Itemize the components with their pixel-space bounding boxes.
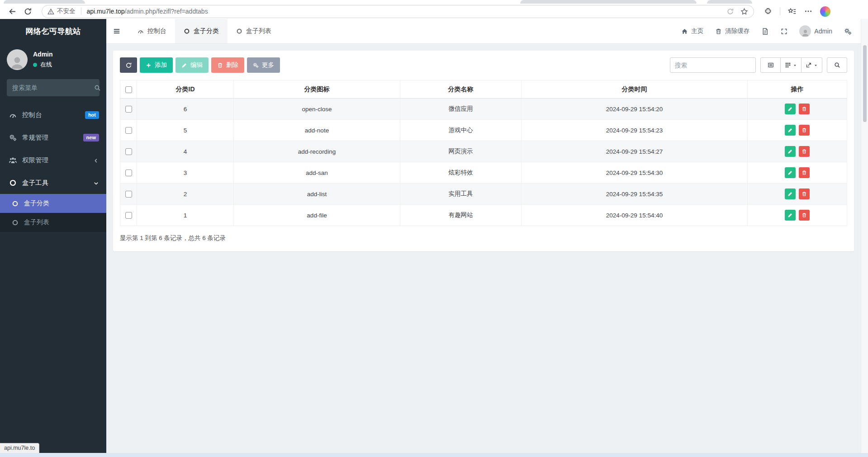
table-row[interactable]: 5 add-note 游戏中心 2024-09-29 15:54:23 xyxy=(120,120,847,141)
home-link[interactable]: 主页 xyxy=(681,27,703,35)
page-scrollbar[interactable] xyxy=(861,19,868,453)
reload-button[interactable] xyxy=(20,5,35,18)
address-bar[interactable]: 不安全 api.mu7le.top/admin.php/fezifl?ref=a… xyxy=(42,5,754,18)
browser-tab[interactable] xyxy=(520,0,697,4)
copilot-icon[interactable] xyxy=(820,6,830,17)
table-row[interactable]: 1 add-file 有趣网站 2024-09-29 15:54:40 xyxy=(120,205,847,226)
sidebar-item-box-list[interactable]: 盒子列表 xyxy=(0,213,106,232)
tracking-icon[interactable] xyxy=(726,8,734,15)
sidebar-item-label: 常规管理 xyxy=(22,133,78,142)
browser-tab[interactable] xyxy=(4,0,85,4)
users-icon xyxy=(9,156,17,164)
sidebar-search-input[interactable] xyxy=(12,84,94,91)
sidebar-item-box-category[interactable]: 盒子分类 xyxy=(0,194,106,213)
table-row[interactable]: 6 open-close 微信应用 2024-09-29 15:54:20 xyxy=(120,99,847,120)
hot-badge: hot xyxy=(85,111,99,119)
user-menu[interactable]: Admin xyxy=(799,25,832,37)
pencil-icon xyxy=(787,127,793,133)
row-checkbox[interactable] xyxy=(125,212,132,219)
circle-o-icon xyxy=(12,219,19,226)
refresh-button[interactable] xyxy=(120,57,137,73)
settings-button[interactable] xyxy=(844,28,852,35)
back-icon xyxy=(8,7,17,16)
col-header-name[interactable]: 分类名称 xyxy=(400,80,522,99)
cell-id: 6 xyxy=(137,99,234,120)
url-text[interactable]: api.mu7le.top/admin.php/fezifl?ref=addta… xyxy=(87,8,208,15)
row-edit-button[interactable] xyxy=(785,188,796,199)
scrollbar-thumb[interactable] xyxy=(863,45,867,122)
row-delete-button[interactable] xyxy=(799,146,810,157)
cell-icon: add-file xyxy=(234,205,400,226)
sidebar-submenu: 盒子分类 盒子列表 xyxy=(0,194,106,232)
cell-name: 有趣网站 xyxy=(400,205,522,226)
search-icon xyxy=(94,85,101,91)
col-header-time[interactable]: 分类时间 xyxy=(522,80,748,99)
row-delete-button[interactable] xyxy=(799,125,810,136)
favorites-bar-icon[interactable] xyxy=(788,7,797,16)
site-security[interactable]: 不安全 xyxy=(47,7,76,15)
sidebar-item-box-tools[interactable]: 盒子工具 xyxy=(0,171,106,194)
row-delete-button[interactable] xyxy=(799,188,810,199)
row-checkbox[interactable] xyxy=(125,106,132,113)
sidebar-item-dashboard[interactable]: 控制台 hot xyxy=(0,104,106,126)
reload-icon xyxy=(24,7,32,16)
search-toggle-button[interactable] xyxy=(827,57,847,73)
favorite-star-icon[interactable] xyxy=(740,8,748,15)
row-edit-button[interactable] xyxy=(785,104,796,114)
add-label: 添加 xyxy=(155,61,167,69)
sidebar-item-auth[interactable]: 权限管理 xyxy=(0,149,106,171)
more-button[interactable]: 更多 xyxy=(247,57,280,73)
select-all-checkbox[interactable] xyxy=(125,86,132,93)
col-header-id[interactable]: 分类ID xyxy=(137,80,234,99)
sidebar-item-label: 盒子工具 xyxy=(22,179,88,187)
trash-icon xyxy=(715,28,722,35)
browser-actions xyxy=(764,6,830,17)
row-delete-button[interactable] xyxy=(799,210,810,221)
browser-menu-icon[interactable] xyxy=(804,7,812,15)
row-delete-button[interactable] xyxy=(799,104,810,114)
row-delete-button[interactable] xyxy=(799,167,810,178)
add-button[interactable]: 添加 xyxy=(140,57,173,73)
tab-label: 控制台 xyxy=(147,27,166,35)
row-edit-button[interactable] xyxy=(785,210,796,221)
table-row[interactable]: 2 add-list 实用工具 2024-09-29 15:54:35 xyxy=(120,184,847,205)
cell-actions xyxy=(748,120,847,141)
back-button[interactable] xyxy=(5,5,20,18)
extensions-icon[interactable] xyxy=(764,7,772,15)
sidebar-item-general[interactable]: 常规管理 new xyxy=(0,126,106,149)
table-row[interactable]: 3 add-san 炫彩特效 2024-09-29 15:54:30 xyxy=(120,162,847,184)
clear-cache-button[interactable]: 清除缓存 xyxy=(715,27,749,35)
tab-dashboard[interactable]: 控制台 xyxy=(129,19,175,43)
table-row[interactable]: 4 add-recording 网页演示 2024-09-29 15:54:27 xyxy=(120,141,847,162)
cell-id: 1 xyxy=(137,205,234,226)
sidebar-toggle-button[interactable] xyxy=(106,19,129,43)
browser-chrome: 不安全 api.mu7le.top/admin.php/fezifl?ref=a… xyxy=(0,0,868,19)
delete-button[interactable]: 删除 xyxy=(211,57,244,73)
export-button[interactable] xyxy=(802,57,822,73)
col-header-icon[interactable]: 分类图标 xyxy=(234,80,400,99)
fullscreen-button[interactable] xyxy=(781,28,787,35)
row-select-cell xyxy=(120,205,137,226)
row-checkbox[interactable] xyxy=(125,127,132,134)
row-checkbox[interactable] xyxy=(125,191,132,198)
row-checkbox[interactable] xyxy=(125,148,132,155)
row-edit-button[interactable] xyxy=(785,167,796,178)
row-select-cell xyxy=(120,99,137,120)
cell-icon: add-note xyxy=(234,120,400,141)
hamburger-icon xyxy=(113,27,121,35)
row-edit-button[interactable] xyxy=(785,125,796,136)
tab-box-category[interactable]: 盒子分类 xyxy=(175,19,228,43)
row-edit-button[interactable] xyxy=(785,146,796,157)
browser-tab[interactable] xyxy=(707,0,752,4)
circle-o-icon xyxy=(236,28,242,34)
table-search-input[interactable] xyxy=(670,57,756,73)
pencil-icon xyxy=(181,62,187,68)
edit-button[interactable]: 编辑 xyxy=(175,57,209,73)
tab-box-list[interactable]: 盒子列表 xyxy=(228,19,280,43)
language-doc-button[interactable] xyxy=(761,28,769,35)
detail-view-button[interactable] xyxy=(760,57,781,73)
row-checkbox[interactable] xyxy=(125,170,132,176)
columns-button[interactable] xyxy=(781,57,802,73)
select-all-cell xyxy=(120,80,137,99)
user-name: Admin xyxy=(33,51,53,58)
